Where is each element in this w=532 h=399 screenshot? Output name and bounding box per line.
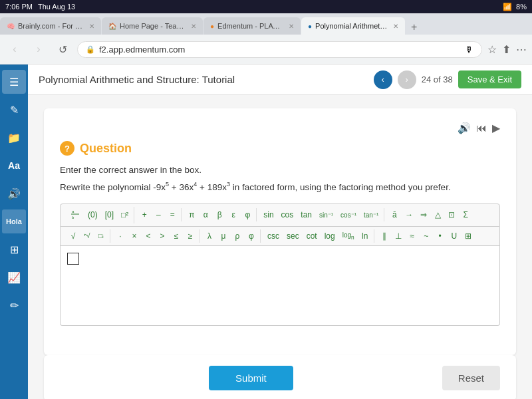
- reload-button[interactable]: ↺: [53, 40, 72, 59]
- tutorial-header: Polynomial Arithmetic and Structure: Tut…: [28, 65, 532, 95]
- arrow-button[interactable]: →: [402, 208, 416, 221]
- arccos-button[interactable]: cos⁻¹: [337, 209, 360, 221]
- csc-button[interactable]: csc: [264, 229, 283, 243]
- nthroot-button[interactable]: ⁿ√: [80, 230, 94, 241]
- sidebar-item-edit[interactable]: ✎: [2, 98, 26, 122]
- play-button[interactable]: ▶: [492, 122, 500, 134]
- sidebar-item-calculator[interactable]: ⊞: [2, 237, 26, 261]
- sidebar-item-pencil[interactable]: ✏: [2, 293, 26, 317]
- grid2-button[interactable]: ⊞: [462, 229, 475, 243]
- sqrt-button[interactable]: √: [66, 229, 80, 243]
- mu-button[interactable]: μ: [217, 229, 230, 243]
- floor-button[interactable]: [0]: [102, 208, 117, 221]
- share-icon[interactable]: ⬆: [502, 43, 511, 56]
- tab-edmentum-label: Edmentum - PLATO Cou...: [217, 22, 284, 30]
- sidebar-item-help[interactable]: Hola: [2, 209, 26, 233]
- tan-button[interactable]: tan: [297, 208, 315, 221]
- next-page-button[interactable]: ›: [398, 70, 416, 89]
- question-text-suffix: in factored form, using the factoring me…: [230, 182, 451, 192]
- back-button[interactable]: ‹: [5, 40, 24, 59]
- matrix-button[interactable]: ⊡: [445, 208, 458, 221]
- tab-polynomial[interactable]: ● Polynomial Arithmetic a... ✕: [301, 17, 405, 35]
- submit-button[interactable]: Submit: [209, 366, 293, 390]
- content-area: Polynomial Arithmetic and Structure: Tut…: [28, 65, 532, 399]
- perp-button[interactable]: ⊥: [392, 229, 405, 243]
- sidebar-item-menu[interactable]: ☰: [2, 70, 26, 94]
- alpha-button[interactable]: α: [199, 208, 212, 221]
- question-text: Rewrite the polynomial -9x5 + 36x4 + 189…: [60, 180, 500, 194]
- save-exit-button[interactable]: Save & Exit: [458, 70, 521, 88]
- sidebar-item-text[interactable]: Aa: [2, 154, 26, 178]
- tab-brainly-close[interactable]: ✕: [89, 23, 94, 30]
- times-button[interactable]: ×: [128, 229, 141, 243]
- triangle-button[interactable]: △: [431, 208, 444, 221]
- epsilon-button[interactable]: ε: [227, 208, 240, 221]
- union-button[interactable]: U: [448, 229, 461, 243]
- pi-button[interactable]: π: [185, 208, 198, 221]
- question-text-mid1: + 36x: [169, 182, 194, 192]
- tab-polynomial-close[interactable]: ✕: [393, 23, 398, 30]
- logn-button[interactable]: logn: [339, 229, 358, 243]
- leq-button[interactable]: ≤: [170, 229, 183, 243]
- fraction-button[interactable]: ab: [66, 207, 84, 223]
- speaker-button[interactable]: 🔊: [458, 122, 471, 134]
- battery-display: 8%: [516, 3, 527, 11]
- parallel-button[interactable]: ∥: [378, 229, 391, 243]
- sigma-button[interactable]: Σ: [459, 208, 472, 221]
- url-bar[interactable]: 🔒 f2.app.edmentum.com 🎙: [77, 41, 482, 58]
- forward-button[interactable]: ›: [29, 40, 48, 59]
- subscript-button[interactable]: □ᵢ: [94, 230, 108, 241]
- tab-teachhub-favicon: 🏠: [108, 23, 116, 30]
- question-text-mid2: + 189x: [197, 182, 227, 192]
- tab-polynomial-favicon: ●: [308, 23, 312, 30]
- browser-chrome: 🧠 Brainly.com - For studen... ✕ 🏠 Home P…: [0, 13, 532, 65]
- ln-button[interactable]: ln: [358, 229, 372, 243]
- wifi-icon: 📶: [503, 3, 512, 11]
- sim-button[interactable]: ~: [420, 229, 433, 243]
- bookmark-icon[interactable]: ☆: [487, 43, 497, 56]
- answer-input-area[interactable]: [60, 246, 500, 326]
- abs-button[interactable]: (0): [84, 208, 101, 221]
- sidebar-item-folder[interactable]: 📁: [2, 126, 26, 150]
- tutorial-content: 🔊 ⏮ ▶ ? Question Enter the correct answe…: [28, 95, 532, 399]
- status-bar: 7:06 PM Thu Aug 13 📶 8%: [0, 0, 532, 13]
- arcsin-button[interactable]: sin⁻¹: [316, 209, 336, 221]
- sin-button[interactable]: sin: [260, 208, 277, 221]
- equals-button[interactable]: =: [166, 208, 179, 221]
- tab-brainly[interactable]: 🧠 Brainly.com - For studen... ✕: [0, 17, 101, 35]
- more-icon[interactable]: ⋯: [516, 43, 527, 56]
- superscript-button[interactable]: □²: [118, 208, 132, 221]
- tab-edmentum-favicon: ●: [210, 23, 214, 30]
- phi-button[interactable]: φ: [241, 208, 254, 221]
- sidebar-item-chart[interactable]: 📈: [2, 265, 26, 289]
- math-toolbar-row2: √ ⁿ√ □ᵢ · × < > ≤ ≥ λ μ: [60, 227, 500, 246]
- lt-button[interactable]: <: [142, 229, 155, 243]
- bullet-button[interactable]: •: [434, 229, 447, 243]
- gt-button[interactable]: >: [156, 229, 169, 243]
- plus-button[interactable]: +: [138, 208, 151, 221]
- lambda-button[interactable]: λ: [203, 229, 216, 243]
- phi2-button[interactable]: φ: [245, 229, 258, 243]
- tab-edmentum-close[interactable]: ✕: [289, 23, 294, 30]
- reset-button[interactable]: Reset: [442, 366, 500, 390]
- beta-button[interactable]: β: [213, 208, 226, 221]
- cos-button[interactable]: cos: [278, 208, 297, 221]
- geq-button[interactable]: ≥: [184, 229, 197, 243]
- cot-button[interactable]: cot: [303, 229, 321, 243]
- sec-button[interactable]: sec: [283, 229, 303, 243]
- tab-teachhub-close[interactable]: ✕: [191, 23, 196, 30]
- approx-button[interactable]: ≈: [406, 229, 419, 243]
- prev-page-button[interactable]: ‹: [374, 70, 392, 89]
- rho-button[interactable]: ρ: [231, 229, 244, 243]
- log-button[interactable]: log: [321, 229, 338, 243]
- sidebar-item-volume[interactable]: 🔊: [2, 182, 26, 205]
- new-tab-button[interactable]: +: [406, 21, 422, 33]
- minus-button[interactable]: –: [152, 208, 165, 221]
- rightarrow-button[interactable]: ⇒: [417, 208, 430, 221]
- tab-teachhub[interactable]: 🏠 Home Page - TeachHub ✕: [102, 17, 203, 35]
- rewind-button[interactable]: ⏮: [476, 122, 487, 134]
- arctan-button[interactable]: tan⁻¹: [360, 209, 382, 221]
- dot-button[interactable]: ·: [114, 229, 127, 243]
- tab-edmentum[interactable]: ● Edmentum - PLATO Cou... ✕: [203, 17, 301, 35]
- vec-button[interactable]: ā: [388, 208, 401, 221]
